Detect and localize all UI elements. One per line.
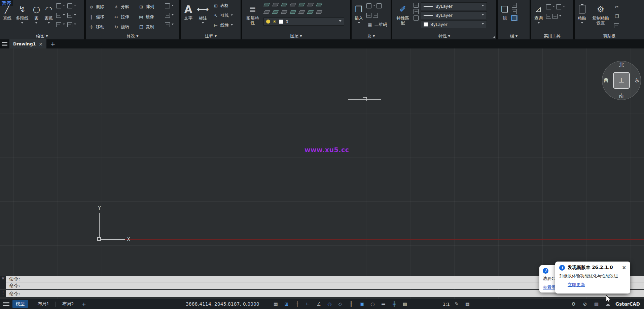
- layer-tool-icon[interactable]: [316, 3, 322, 6]
- chevron-down-icon[interactable]: [358, 22, 360, 25]
- grid-display-icon[interactable]: ▦: [272, 301, 280, 307]
- compass-west[interactable]: 西: [604, 77, 608, 83]
- isolate-objects-icon[interactable]: ⊘: [581, 301, 589, 307]
- model-tab[interactable]: 模型: [12, 300, 28, 308]
- paste-tool[interactable]: 粘贴: [577, 2, 587, 26]
- layer-tool-icon[interactable]: [281, 3, 287, 6]
- tab-close-icon[interactable]: ×: [39, 41, 43, 47]
- lineweight-dropdown[interactable]: ByLayer: [421, 11, 487, 19]
- tab-drawing1[interactable]: Drawing1 ×: [9, 39, 46, 48]
- infer-constraints-icon[interactable]: ┼: [293, 301, 301, 307]
- properties-extra-icon[interactable]: [414, 15, 419, 21]
- compass-north[interactable]: 北: [619, 62, 624, 68]
- draw-extra-tool[interactable]: [56, 2, 65, 10]
- polar-tracking-icon[interactable]: ∠: [315, 301, 323, 307]
- lineweight-display-icon[interactable]: ▬: [380, 301, 387, 307]
- layer-tool-icon[interactable]: [263, 10, 270, 14]
- compass-east[interactable]: 东: [635, 77, 639, 83]
- inquiry-tool[interactable]: ⊿ 查询: [533, 2, 544, 26]
- back-card-link[interactable]: 去看看: [543, 284, 556, 290]
- draw-extra-tool[interactable]: [56, 11, 65, 19]
- modify-panel-label[interactable]: 修改 ▾: [86, 33, 179, 39]
- view-compass[interactable]: 北 南 西 东 上: [602, 61, 641, 100]
- polyline-tool[interactable]: ↯ 多段线: [15, 2, 30, 26]
- compass-top-face[interactable]: 上: [613, 72, 630, 89]
- new-tab-button[interactable]: +: [50, 41, 55, 47]
- draw-extra-tool[interactable]: [67, 21, 76, 29]
- layout1-tab[interactable]: 布局1: [34, 300, 52, 308]
- layer-properties-tool[interactable]: ≣ 图层特性: [244, 2, 261, 26]
- draw-panel-label[interactable]: 绘图 ▾: [0, 33, 84, 39]
- layer-tool-icon[interactable]: [272, 3, 279, 6]
- match-properties-tool[interactable]: ✐ 特性匹配: [394, 2, 411, 26]
- rotate-tool[interactable]: ↻旋转: [113, 23, 138, 31]
- ungroup-icon[interactable]: [512, 3, 517, 8]
- command-close-icon[interactable]: ×: [1, 276, 5, 281]
- layer-tool-icon[interactable]: [290, 3, 296, 6]
- copy-clip-tool[interactable]: ❐: [614, 12, 620, 20]
- dynamic-ucs-icon[interactable]: ▣: [358, 301, 366, 307]
- layer-tool-icon[interactable]: [307, 3, 314, 6]
- dynamic-input-icon[interactable]: ○: [369, 301, 377, 307]
- block-extra-tool[interactable]: [366, 11, 388, 19]
- insert-tool[interactable]: ❒ 插入: [354, 2, 364, 26]
- layer-tool-icon[interactable]: [272, 10, 279, 14]
- offset-tool[interactable]: ∥偏移: [88, 13, 113, 21]
- explode-tool[interactable]: ✳分解: [113, 3, 138, 11]
- layer-tool-icon[interactable]: [298, 3, 305, 6]
- chevron-down-icon[interactable]: [35, 22, 38, 25]
- text-tool[interactable]: A 文字: [183, 2, 193, 22]
- properties-list-icon[interactable]: [414, 3, 419, 8]
- circle-tool[interactable]: ○ 圆: [32, 2, 41, 26]
- cut-tool[interactable]: ✂: [614, 3, 620, 11]
- move-tool[interactable]: ✢移动: [88, 23, 113, 31]
- copy-tool[interactable]: ❐复制: [138, 23, 163, 31]
- annotate-panel-label[interactable]: 注释 ▾: [181, 33, 241, 39]
- group-panel-label[interactable]: 组 ▾: [498, 33, 530, 39]
- workspace-grid-icon[interactable]: ▦: [464, 301, 471, 307]
- group-tool[interactable]: ❏ 组: [500, 2, 509, 22]
- modify-extra-tool[interactable]: [165, 11, 174, 19]
- leader-tool[interactable]: ↖引线: [212, 11, 234, 20]
- chevron-down-icon[interactable]: [202, 22, 204, 25]
- drawing-canvas[interactable]: Y X www.xu5.cc 北 南 西 东 上: [0, 48, 644, 299]
- paste-settings-tool[interactable]: ⚙ 复制粘贴设置: [589, 2, 612, 26]
- table-tool[interactable]: ⊞表格: [212, 2, 234, 10]
- clean-screen-icon[interactable]: ▩: [593, 301, 600, 307]
- selection-cycling-icon[interactable]: ▩: [401, 301, 409, 307]
- annotation-edit-icon[interactable]: ✎: [453, 301, 461, 307]
- chevron-down-icon[interactable]: [47, 22, 50, 25]
- transparency-icon[interactable]: ╋: [390, 301, 398, 307]
- layer-tool-icon[interactable]: [263, 3, 270, 6]
- ortho-mode-icon[interactable]: ∟: [304, 301, 312, 307]
- layer-panel-label[interactable]: 图层 ▾: [242, 33, 350, 39]
- utility-extra-tool[interactable]: [546, 12, 565, 20]
- modify-extra-tool[interactable]: [165, 2, 174, 10]
- properties-grid-icon[interactable]: [414, 9, 419, 14]
- layer-tool-icon[interactable]: [316, 10, 322, 14]
- status-menu-icon[interactable]: [3, 302, 9, 306]
- clipboard-panel-label[interactable]: 剪贴板: [575, 33, 644, 39]
- stretch-tool[interactable]: ↔拉伸: [113, 13, 138, 21]
- file-tabs-menu-icon[interactable]: [0, 39, 9, 48]
- linetype-dropdown[interactable]: ByLayer: [421, 2, 487, 10]
- layer-tool-icon[interactable]: [281, 10, 287, 14]
- command-grip-icon[interactable]: ⋮: [0, 290, 6, 297]
- color-dropdown[interactable]: ByLayer: [421, 21, 487, 28]
- annotation-scale-display[interactable]: 1:1: [443, 302, 450, 307]
- linear-tool[interactable]: ⊢线性: [212, 21, 234, 30]
- draw-extra-tool[interactable]: [67, 11, 76, 19]
- layer-tool-icon[interactable]: [290, 10, 296, 14]
- object-track-icon[interactable]: ╂: [347, 301, 355, 307]
- dimension-tool[interactable]: ⟷ 标注: [196, 2, 210, 26]
- layer-tool-icon[interactable]: [298, 10, 305, 14]
- settings-gear-icon[interactable]: ⚙: [570, 301, 577, 307]
- object-snap-icon[interactable]: ◎: [326, 301, 333, 307]
- utilities-panel-label[interactable]: 实用工具: [531, 33, 573, 39]
- chevron-down-icon[interactable]: [21, 22, 24, 25]
- snap-mode-icon[interactable]: ⊞: [283, 301, 290, 307]
- properties-panel-label[interactable]: 特性 ▾: [392, 33, 496, 39]
- chevron-down-icon[interactable]: [537, 22, 540, 25]
- block-extra-tool[interactable]: [366, 2, 388, 10]
- utility-extra-tool[interactable]: [546, 3, 565, 11]
